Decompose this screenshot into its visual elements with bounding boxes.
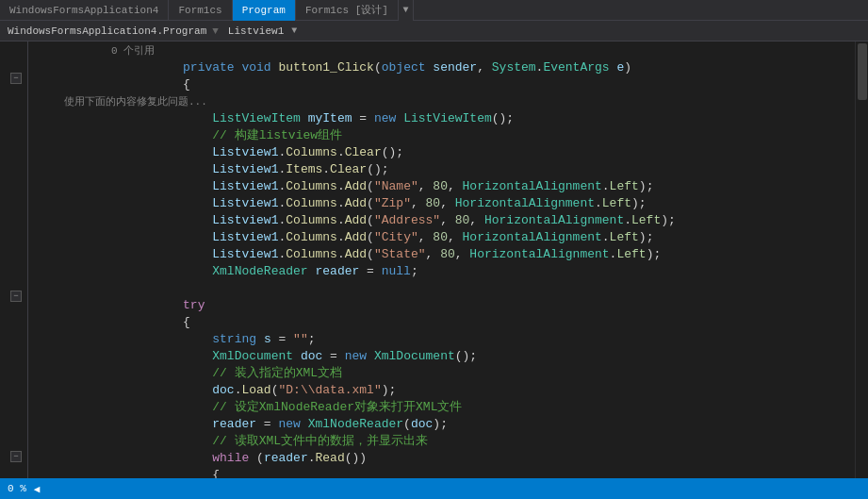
gutter-row-18 (0, 318, 24, 332)
gutter-row-collapse2[interactable]: − (0, 289, 24, 303)
gutter-row-6 (0, 129, 24, 143)
title-bar: WindowsFormsApplication4 Form1cs Program… (0, 0, 868, 21)
tab-dropdown-arrow[interactable]: ▼ (399, 0, 414, 21)
gutter-row-5 (0, 114, 24, 128)
collapse-button-1[interactable]: − (10, 73, 22, 84)
gutter-row-collapse3[interactable]: − (0, 449, 24, 463)
editor-container: − − (0, 42, 868, 478)
tab-form1cs[interactable]: Form1cs (169, 0, 232, 21)
collapse-button-2[interactable]: − (10, 291, 22, 302)
code-line-reader-null: XmlNodeReader reader = null; (28, 262, 855, 279)
gutter-row-22 (0, 376, 24, 391)
gutter-row-10 (0, 187, 24, 201)
right-scrollbar[interactable] (855, 42, 868, 478)
breadcrumb-right-arrow[interactable]: ▼ (287, 25, 301, 36)
tab-form1design[interactable]: Form1cs [设计] (296, 0, 399, 21)
line-content-comment5: //判断当前读取得节点类型 (36, 469, 855, 478)
gutter-row-4 (0, 100, 24, 114)
gutter-row-9 (0, 173, 24, 187)
gutter-row-16 (0, 274, 24, 289)
code-lines-container: 0 个引用 private void button1_Click(object … (28, 42, 855, 478)
gutter-row-collapse1[interactable]: − (0, 71, 24, 85)
gutter-row-2 (0, 56, 24, 70)
gutter-row-12 (0, 216, 24, 230)
breadcrumb-member[interactable]: Listview1 (224, 25, 287, 37)
gutter-row-17 (0, 304, 24, 318)
gutter-row-3 (0, 85, 24, 99)
gutter-row-1 (0, 42, 24, 56)
gutter-row-14 (0, 245, 24, 259)
status-bar: 0 % ◀ (0, 478, 868, 499)
gutter-row-20 (0, 347, 24, 361)
gutter-row-15 (0, 260, 24, 274)
gutter-row-19 (0, 333, 24, 347)
app-window: WindowsFormsApplication4 Form1cs Program… (0, 0, 868, 499)
breadcrumb-path[interactable]: WindowsFormsApplication4.Program (4, 25, 210, 37)
gutter-row-21 (0, 362, 24, 376)
collapse-button-3[interactable]: − (10, 451, 22, 462)
zoom-level: 0 % (8, 483, 26, 494)
scrollbar-thumb[interactable] (858, 43, 867, 100)
gutter-row-27 (0, 464, 24, 478)
gutter-row-11 (0, 202, 24, 216)
code-line-open-brace1: { (28, 75, 855, 92)
tab-windowsforms[interactable]: WindowsFormsApplication4 (0, 0, 169, 21)
gutter-row-13 (0, 231, 24, 245)
gutter-row-23 (0, 391, 24, 406)
gutter-row-24 (0, 406, 24, 420)
gutter-row-26 (0, 435, 24, 449)
gutter-row-8 (0, 158, 24, 173)
gutter-row-7 (0, 143, 24, 158)
breadcrumb-separator: ▼ (210, 25, 221, 37)
gutter-row-25 (0, 420, 24, 434)
scroll-indicator[interactable]: ◀ (34, 483, 41, 495)
breadcrumb-bar: WindowsFormsApplication4.Program ▼ Listv… (0, 21, 868, 42)
tab-program[interactable]: Program (233, 0, 296, 21)
code-editor[interactable]: 0 个引用 private void button1_Click(object … (28, 42, 855, 478)
editor-gutter: − − (0, 42, 28, 478)
